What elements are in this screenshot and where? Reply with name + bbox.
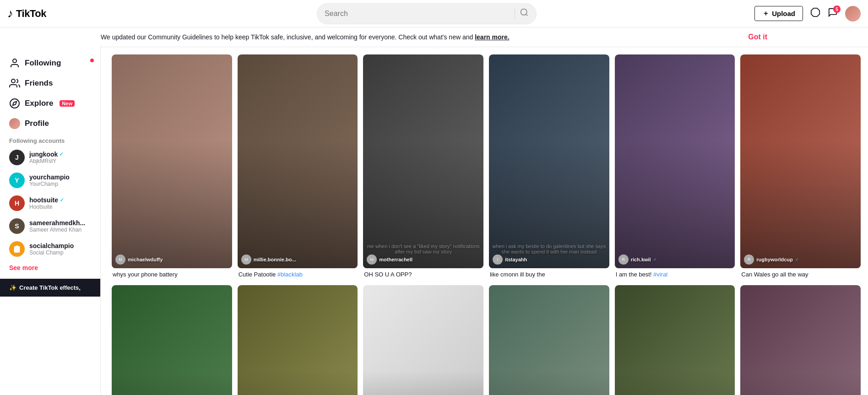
account-avatar-sameer: S [9,218,25,234]
video-username-3: motherrachell [379,257,412,262]
learn-more-link[interactable]: learn more. [475,33,509,41]
video-user-row-6: R rugbyworldcup ✓ [744,254,798,265]
following-account-yourchampio[interactable]: Y yourchampio YourChamp [0,169,100,192]
got-it-button[interactable]: Got it [748,33,767,41]
verified-badge: ✓ [653,257,657,262]
following-account-jungkook[interactable]: J jungkook ✓ AbjkMRstY [0,146,100,169]
account-avatar-socialchampio [9,241,25,257]
video-thumb-inner-8: How much confidence do the tube girl giv… [238,285,358,395]
video-thumbnail-8: How much confidence do the tube girl giv… [238,285,358,395]
video-card-5[interactable]: R rich.kwil ✓ I am the best! #viral [615,54,735,280]
account-info-hootsuite: hootsuite ✓ Hootsuite [29,196,64,210]
video-card-4[interactable]: when i ask my bestie to do galentines bu… [489,54,609,280]
search-divider [515,9,515,19]
thumb-gradient [615,371,735,395]
inbox-icon [810,7,820,17]
video-user-avatar-3: M [367,254,377,265]
video-thumbnail-11: this is my meal i call this ✨ girl dinne… [615,285,735,395]
sidebar-item-following[interactable]: Following [0,53,100,73]
video-thumbnail-7: R rugbyworldcup ✓ [112,285,232,395]
video-card-10[interactable]: seeing how our future baby will look lik… [489,285,609,395]
account-avatar-hootsuite: H [9,195,25,211]
following-label: Following [25,59,61,68]
account-info-jungkook: jungkook ✓ AbjkMRstY [29,151,64,164]
video-thumb-inner-9: D daiseyinthecity [363,285,483,395]
video-thumb-inner-1: M michaelwduffy [112,54,232,268]
video-thumbnail-10: seeing how our future baby will look lik… [489,285,609,395]
video-caption-5: I am the best! #viral [615,268,735,280]
svg-point-4 [11,79,15,83]
video-username-2: millie.bonnie.bo... [254,257,296,262]
video-card-8[interactable]: How much confidence do the tube girl giv… [238,285,358,395]
search-button[interactable] [520,8,529,19]
thumb-gradient [363,371,483,395]
verified-icon-hootsuite: ✓ [60,197,64,203]
thumb-gradient [363,140,483,268]
header-actions: ＋ Upload 5 [754,6,861,22]
video-caption-6: Can Wales go all the way [740,268,861,280]
thumb-gradient [489,140,609,268]
explore-label: Explore [25,99,53,108]
video-thumbnail-3: me when i don't see a "liked my story" n… [363,54,483,268]
user-avatar[interactable] [845,6,861,22]
create-effects-banner[interactable]: ✨ Create TikTok effects, [0,279,100,297]
sidebar-item-profile[interactable]: Profile [0,114,100,134]
video-thumbnail-4: when i ask my bestie to do galentines bu… [489,54,609,268]
account-handle-jungkook: AbjkMRstY [29,158,64,164]
thumb-gradient [615,140,735,268]
sparkle-icon: ✨ [9,284,16,291]
inbox-button[interactable] [810,7,820,20]
banner-text: We updated our Community Guidelines to h… [101,33,741,41]
video-thumb-inner-7: R rugbyworldcup ✓ [112,285,232,395]
video-card-9[interactable]: D daiseyinthecity inspired by @ukuleylaa [363,285,483,395]
verified-icon-jungkook: ✓ [59,151,64,157]
explore-icon [9,98,20,109]
video-grid: M michaelwduffy whys your phone battery … [112,54,861,395]
video-thumb-inner-10: seeing how our future baby will look lik… [489,285,609,395]
video-card-12[interactable]: Latte Eyes Tutorial ✨ S stxph.h one oat … [740,285,861,395]
sidebar-item-friends[interactable]: Friends [0,73,100,93]
video-card-1[interactable]: M michaelwduffy whys your phone battery [112,54,232,280]
svg-marker-2 [811,8,819,16]
sidebar-item-explore[interactable]: Explore New [0,93,100,114]
logo-text: TikTok [16,8,46,20]
hashtag: #blacklab [277,271,303,278]
following-accounts-title: Following accounts [0,134,100,146]
plus-icon: ＋ [762,9,769,18]
see-more-link[interactable]: See more [0,260,100,275]
video-thumb-inner-5: R rich.kwil ✓ [615,54,735,268]
following-account-socialchampio[interactable]: socialchampio Social Champ [0,238,100,260]
video-user-row-1: M michaelwduffy [115,254,163,265]
video-user-row-4: I itstayahh [493,254,527,265]
hashtag: #viral [653,271,667,278]
thumb-gradient [238,140,358,268]
verified-badge: ✓ [795,257,799,262]
video-thumb-inner-2: M millie.bonnie.bo... [238,54,358,268]
video-card-11[interactable]: this is my meal i call this ✨ girl dinne… [615,285,735,395]
messages-button[interactable]: 5 [828,7,838,20]
following-account-sameer[interactable]: S sameerahmedkh... Sameer Ahmed Khan [0,215,100,238]
header: ♪ TikTok ＋ Upload 5 [0,0,868,27]
search-box [317,3,537,24]
video-thumbnail-2: M millie.bonnie.bo... [238,54,358,268]
upload-button[interactable]: ＋ Upload [754,6,803,21]
video-card-6[interactable]: R rugbyworldcup ✓ Can Wales go all the w… [740,54,861,280]
search-input[interactable] [325,10,510,18]
profile-label: Profile [25,119,49,128]
video-thumbnail-5: R rich.kwil ✓ [615,54,735,268]
thumb-gradient [740,140,861,268]
video-username-6: rugbyworldcup [756,257,792,262]
svg-marker-6 [13,102,16,105]
account-name-socialchampio: socialchampio [29,242,74,249]
thumb-gradient [489,371,609,395]
logo-area: ♪ TikTok [7,6,99,21]
video-card-7[interactable]: R rugbyworldcup ✓ A historic moment for [112,285,232,395]
following-account-hootsuite[interactable]: H hootsuite ✓ Hootsuite [0,192,100,215]
svg-point-5 [10,99,19,108]
account-info-yourchampio: yourchampio YourChamp [29,173,70,187]
thumb-gradient [238,371,358,395]
account-info-socialchampio: socialchampio Social Champ [29,242,74,256]
search-icon [520,8,529,17]
video-card-3[interactable]: me when i don't see a "liked my story" n… [363,54,483,280]
video-card-2[interactable]: M millie.bonnie.bo... Cutie Patootie #bl… [238,54,358,280]
